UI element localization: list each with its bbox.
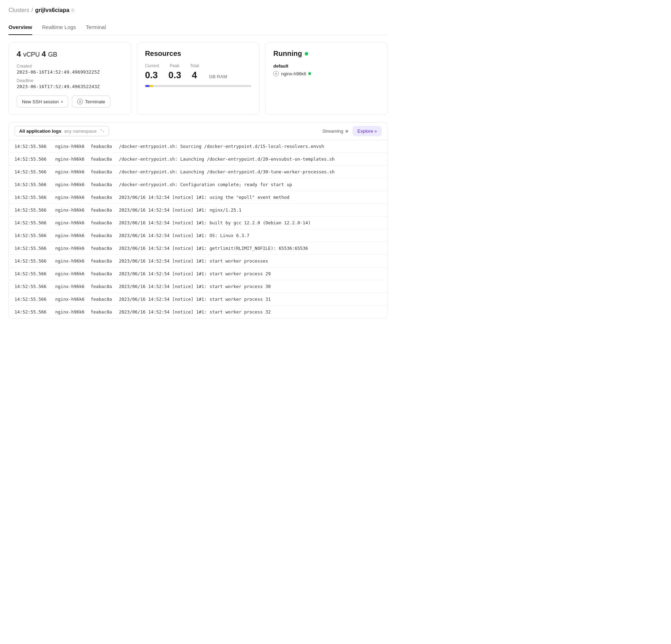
log-message: 2023/06/16 14:52:54 [notice] 1#1: start … xyxy=(114,297,382,302)
logs-header: All application logs any namespace ⌃↓ St… xyxy=(9,122,388,140)
log-pod: nginx-h96k6 xyxy=(50,207,85,213)
ssh-label: New SSH session xyxy=(22,99,59,104)
running-label: Running xyxy=(273,50,302,58)
log-pod: nginx-h96k6 xyxy=(50,284,85,289)
current-header: Current xyxy=(145,63,159,68)
tabs-bar: Overview Realtime Logs Terminal xyxy=(8,21,388,35)
log-row: 14:52:55.566 nginx-h96k6 feabac8a 2023/0… xyxy=(9,293,388,306)
log-pod: nginx-h96k6 xyxy=(50,246,85,251)
terminate-button[interactable]: ✕ Terminate xyxy=(72,96,110,108)
log-message: /docker-entrypoint.sh: Sourcing /docker-… xyxy=(114,144,382,149)
terminate-label: Terminate xyxy=(85,99,105,104)
log-pod: nginx-h96k6 xyxy=(50,144,85,149)
log-time: 14:52:55.566 xyxy=(15,284,50,289)
log-time: 14:52:55.566 xyxy=(15,297,50,302)
log-hash: feabac8a xyxy=(85,195,114,200)
total-header: Total xyxy=(190,63,199,68)
log-time: 14:52:55.566 xyxy=(15,182,50,187)
running-title: Running xyxy=(273,50,380,58)
log-pod: nginx-h96k6 xyxy=(50,271,85,276)
log-row: 14:52:55.566 nginx-h96k6 feabac8a /docke… xyxy=(9,153,388,166)
log-row: 14:52:55.566 nginx-h96k6 feabac8a 2023/0… xyxy=(9,204,388,217)
log-row: 14:52:55.566 nginx-h96k6 feabac8a 2023/0… xyxy=(9,280,388,293)
log-message: 2023/06/16 14:52:54 [notice] 1#1: OS: Li… xyxy=(114,233,382,238)
logs-filter-dropdown[interactable]: All application logs any namespace ⌃↓ xyxy=(15,126,109,136)
log-hash: feabac8a xyxy=(85,284,114,289)
resources-card: Resources Current Peak Total 0.3 0.3 4 G… xyxy=(137,42,260,115)
log-pod: nginx-h96k6 xyxy=(50,182,85,187)
breadcrumb: Clusters / grijlvs6ciapa ⎘ xyxy=(8,7,388,13)
log-time: 14:52:55.566 xyxy=(15,156,50,162)
cluster-info-card: 4 vCPU 4 GB Created 2023-06-16T14:52:49.… xyxy=(8,42,131,115)
peak-header: Peak xyxy=(170,63,179,68)
log-row: 14:52:55.566 nginx-h96k6 feabac8a /docke… xyxy=(9,178,388,191)
log-pod: nginx-h96k6 xyxy=(50,233,85,238)
log-pod: nginx-h96k6 xyxy=(50,258,85,264)
log-time: 14:52:55.566 xyxy=(15,309,50,315)
log-time: 14:52:55.566 xyxy=(15,195,50,200)
copy-icon[interactable]: ⎘ xyxy=(71,7,74,13)
deadline-value: 2023-06-16T17:52:49.496352243Z xyxy=(17,84,123,89)
streaming-indicator-dot xyxy=(345,130,348,133)
log-time: 14:52:55.566 xyxy=(15,233,50,238)
log-message: /docker-entrypoint.sh: Launching /docker… xyxy=(114,156,382,162)
vcpu-count: 4 xyxy=(17,50,21,58)
log-pod: nginx-h96k6 xyxy=(50,156,85,162)
created-value: 2023-06-16T14:52:49.496993225Z xyxy=(17,69,123,75)
current-value: 0.3 xyxy=(145,70,158,81)
ssh-chevron-icon: » xyxy=(61,99,63,104)
log-hash: feabac8a xyxy=(85,297,114,302)
clusters-link[interactable]: Clusters xyxy=(8,7,29,13)
log-hash: feabac8a xyxy=(85,246,114,251)
log-row: 14:52:55.566 nginx-h96k6 feabac8a 2023/0… xyxy=(9,229,388,242)
vcpu-label: vCPU xyxy=(23,51,41,58)
pod-name: nginx-h96k6 xyxy=(281,71,306,76)
tab-realtime-logs[interactable]: Realtime Logs xyxy=(42,21,76,35)
log-row: 14:52:55.566 nginx-h96k6 feabac8a /docke… xyxy=(9,140,388,153)
log-message: 2023/06/16 14:52:54 [notice] 1#1: getrli… xyxy=(114,246,382,251)
cards-row: 4 vCPU 4 GB Created 2023-06-16T14:52:49.… xyxy=(8,42,388,115)
pod-status-dot xyxy=(308,72,311,75)
action-buttons: New SSH session » ✕ Terminate xyxy=(17,96,123,108)
peak-value: 0.3 xyxy=(168,70,181,81)
log-hash: feabac8a xyxy=(85,309,114,315)
resources-values: 0.3 0.3 4 GB RAM xyxy=(145,70,252,81)
log-hash: feabac8a xyxy=(85,169,114,174)
logs-body: 14:52:55.566 nginx-h96k6 feabac8a /docke… xyxy=(9,140,388,318)
pod-row: ⊕ nginx-h96k6 xyxy=(273,71,380,76)
log-message: 2023/06/16 14:52:54 [notice] 1#1: using … xyxy=(114,195,382,200)
log-row: 14:52:55.566 nginx-h96k6 feabac8a 2023/0… xyxy=(9,217,388,229)
log-pod: nginx-h96k6 xyxy=(50,195,85,200)
log-time: 14:52:55.566 xyxy=(15,169,50,174)
log-row: 14:52:55.566 nginx-h96k6 feabac8a /docke… xyxy=(9,166,388,178)
unit-label: GB RAM xyxy=(209,74,227,79)
log-hash: feabac8a xyxy=(85,233,114,238)
log-message: 2023/06/16 14:52:54 [notice] 1#1: nginx/… xyxy=(114,207,382,213)
new-ssh-session-button[interactable]: New SSH session » xyxy=(17,96,68,108)
resources-headers: Current Peak Total xyxy=(145,63,252,68)
log-hash: feabac8a xyxy=(85,271,114,276)
ram-progress-fill xyxy=(145,85,153,87)
log-time: 14:52:55.566 xyxy=(15,220,50,225)
log-hash: feabac8a xyxy=(85,156,114,162)
log-message: /docker-entrypoint.sh: Launching /docker… xyxy=(114,169,382,174)
tab-overview[interactable]: Overview xyxy=(8,21,32,35)
filter-sub-label: any namespace xyxy=(64,128,97,134)
ram-label: GB xyxy=(48,51,57,58)
log-message: 2023/06/16 14:52:54 [notice] 1#1: built … xyxy=(114,220,382,225)
log-message: 2023/06/16 14:52:54 [notice] 1#1: start … xyxy=(114,271,382,276)
log-pod: nginx-h96k6 xyxy=(50,309,85,315)
ram-count: 4 xyxy=(41,50,46,58)
running-card: Running default ⊕ nginx-h96k6 xyxy=(265,42,388,115)
explore-button[interactable]: Explore » xyxy=(352,126,382,136)
tab-terminal[interactable]: Terminal xyxy=(86,21,106,35)
log-message: /docker-entrypoint.sh: Configuration com… xyxy=(114,182,382,187)
deadline-label: Deadline xyxy=(17,78,123,83)
namespace-label: default xyxy=(273,63,380,69)
logs-section: All application logs any namespace ⌃↓ St… xyxy=(8,122,388,318)
log-hash: feabac8a xyxy=(85,220,114,225)
log-time: 14:52:55.566 xyxy=(15,207,50,213)
running-status-dot xyxy=(305,52,308,56)
log-row: 14:52:55.566 nginx-h96k6 feabac8a 2023/0… xyxy=(9,306,388,318)
logs-actions: Streaming Explore » xyxy=(322,126,382,136)
